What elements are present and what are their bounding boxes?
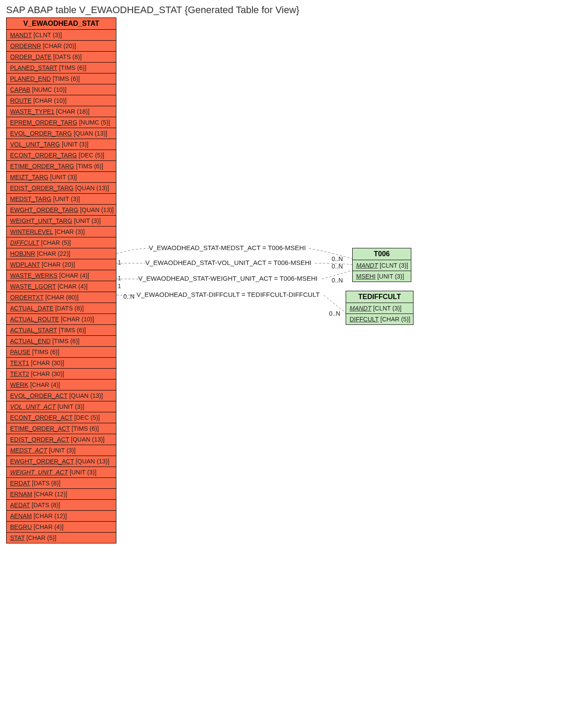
field-name[interactable]: ORDERTXT [10, 294, 44, 301]
field-name[interactable]: MEDST_TARG [10, 195, 52, 202]
field-type: [CLNT (3)] [32, 31, 62, 38]
field-name[interactable]: EVOL_ORDER_ACT [10, 392, 67, 399]
field-name[interactable]: PLANED_START [10, 64, 57, 71]
field-type: [CHAR (12)] [32, 491, 67, 498]
field-row: MANDT [CLNT (3)] [353, 260, 411, 271]
entity-header: T006 [353, 248, 411, 260]
field-name[interactable]: EDIST_ORDER_TARG [10, 185, 74, 192]
field-row: VOL_UNIT_ACT [UNIT (3)] [7, 401, 116, 412]
field-name[interactable]: WASTE_LGORT [10, 283, 56, 290]
field-name[interactable]: BEGRU [10, 523, 32, 530]
field-name[interactable]: PAUSE [10, 348, 30, 355]
relation-label: V_EWAODHEAD_STAT-VOL_UNIT_ACT = T006-MSE… [145, 259, 312, 266]
cardinality-label: 0..N [123, 293, 135, 300]
field-row: TEXT2 [CHAR (30)] [7, 369, 116, 380]
cardinality-label: 0..N [332, 263, 343, 270]
field-row: EVOL_ORDER_TARG [QUAN (13)] [7, 128, 116, 139]
field-name[interactable]: WINTERLEVEL [10, 228, 53, 235]
field-name[interactable]: MANDT [356, 262, 378, 269]
field-type: [CHAR (4)] [56, 283, 88, 290]
field-name[interactable]: MSEHI [356, 273, 375, 280]
field-name[interactable]: MEIZT_TARG [10, 174, 49, 181]
field-row: MSEHI [UNIT (3)] [353, 271, 411, 282]
field-name[interactable]: EVOL_ORDER_TARG [10, 130, 72, 137]
field-name[interactable]: ACTUAL_START [10, 327, 57, 334]
field-type: [CHAR (5)] [25, 534, 56, 541]
field-type: [CLNT (3)] [378, 262, 408, 269]
field-type: [QUAN (13)] [67, 392, 103, 399]
field-name[interactable]: STAT [10, 534, 25, 541]
field-type: [CHAR (5)] [378, 316, 410, 323]
cardinality-label: 0..N [332, 255, 343, 262]
field-row: WEIGHT_UNIT_TARG [UNIT (3)] [7, 216, 116, 226]
field-name[interactable]: VOL_UNIT_ACT [10, 403, 56, 410]
field-name[interactable]: EDIST_ORDER_ACT [10, 436, 69, 443]
field-row: PAUSE [TIMS (6)] [7, 347, 116, 358]
field-name[interactable]: EPREM_ORDER_TARG [10, 119, 77, 126]
field-name[interactable]: DIFFCULT [350, 316, 378, 323]
field-type: [CHAR (30)] [29, 359, 64, 366]
field-name[interactable]: ROUTE [10, 97, 32, 104]
field-name[interactable]: ACTUAL_DATE [10, 305, 53, 312]
field-row: MANDT [CLNT (3)] [346, 303, 413, 314]
entity-header: V_EWAODHEAD_STAT [7, 18, 116, 30]
field-row: ORDERTXT [CHAR (80)] [7, 292, 116, 303]
field-name[interactable]: ECONT_ORDER_TARG [10, 152, 77, 159]
field-name[interactable]: EWGHT_ORDER_ACT [10, 458, 74, 465]
field-type: [TIMS (6)] [51, 338, 80, 345]
field-name[interactable]: DIFFCULT [10, 239, 39, 246]
field-type: [UNIT (3)] [60, 141, 88, 148]
field-type: [UNIT (3)] [52, 195, 80, 202]
field-name[interactable]: ECONT_ORDER_ACT [10, 414, 73, 421]
field-name[interactable]: ERNAM [10, 491, 32, 498]
field-name[interactable]: ETIME_ORDER_ACT [10, 425, 70, 432]
cardinality-label: 0..N [332, 277, 343, 284]
field-name[interactable]: WASTE_WERKS [10, 272, 57, 279]
field-type: [DATS (8)] [52, 53, 82, 60]
field-name[interactable]: ACTUAL_ROUTE [10, 316, 59, 323]
field-name[interactable]: EWGHT_ORDER_TARG [10, 206, 78, 213]
field-row: TEXT1 [CHAR (30)] [7, 358, 116, 369]
field-row: BEGRU [CHAR (4)] [7, 522, 116, 533]
field-type: [CHAR (4)] [32, 523, 63, 530]
field-name[interactable]: WEIGHT_UNIT_ACT [10, 469, 68, 476]
field-name[interactable]: HOBJNR [10, 250, 35, 257]
field-name[interactable]: MEDST_ACT [10, 447, 47, 454]
field-type: [TIMS (6)] [51, 75, 80, 82]
field-name[interactable]: MANDT [350, 305, 371, 312]
field-name[interactable]: ORDER_DATE [10, 53, 52, 60]
field-row: DIFFCULT [CHAR (5)] [346, 314, 413, 324]
field-row: ACTUAL_ROUTE [CHAR (10)] [7, 314, 116, 325]
field-name[interactable]: TEXT1 [10, 359, 29, 366]
field-row: ORDERNR [CHAR (20)] [7, 41, 116, 52]
field-type: [UNIT (3)] [47, 447, 76, 454]
field-type: [CHAR (12)] [32, 512, 67, 519]
field-name[interactable]: ORDERNR [10, 42, 41, 49]
field-name[interactable]: VOL_UNIT_TARG [10, 141, 60, 148]
field-type: [CHAR (30)] [29, 370, 64, 377]
field-name[interactable]: ACTUAL_END [10, 338, 51, 345]
field-row: CAPAB [NUMC (10)] [7, 84, 116, 95]
field-name[interactable]: ETIME_ORDER_TARG [10, 163, 74, 170]
field-name[interactable]: AENAM [10, 512, 32, 519]
field-row: MANDT [CLNT (3)] [7, 30, 116, 41]
field-row: ACTUAL_END [TIMS (6)] [7, 336, 116, 347]
field-name[interactable]: PLANED_END [10, 75, 51, 82]
field-type: [CHAR (80)] [44, 294, 79, 301]
field-name[interactable]: ERDAT [10, 480, 30, 487]
field-name[interactable]: WERK [10, 381, 28, 388]
field-name[interactable]: WDPLANT [10, 261, 40, 268]
field-type: [TIMS (6)] [57, 64, 86, 71]
field-name[interactable]: MANDT [10, 31, 32, 38]
field-name[interactable]: AEDAT [10, 502, 30, 509]
field-name[interactable]: CAPAB [10, 86, 30, 93]
relation-label: V_EWAODHEAD_STAT-DIFFCULT = TEDIFFCULT-D… [137, 291, 320, 298]
field-type: [QUAN (13)] [74, 458, 109, 465]
cardinality-label: 1 [118, 275, 121, 282]
field-row: WASTE_LGORT [CHAR (4)] [7, 281, 116, 292]
field-row: ACTUAL_START [TIMS (6)] [7, 325, 116, 336]
field-name[interactable]: WASTE_TYPE1 [10, 108, 54, 115]
field-name[interactable]: TEXT2 [10, 370, 29, 377]
entity-header: TEDIFFCULT [346, 291, 413, 303]
field-name[interactable]: WEIGHT_UNIT_TARG [10, 217, 72, 224]
